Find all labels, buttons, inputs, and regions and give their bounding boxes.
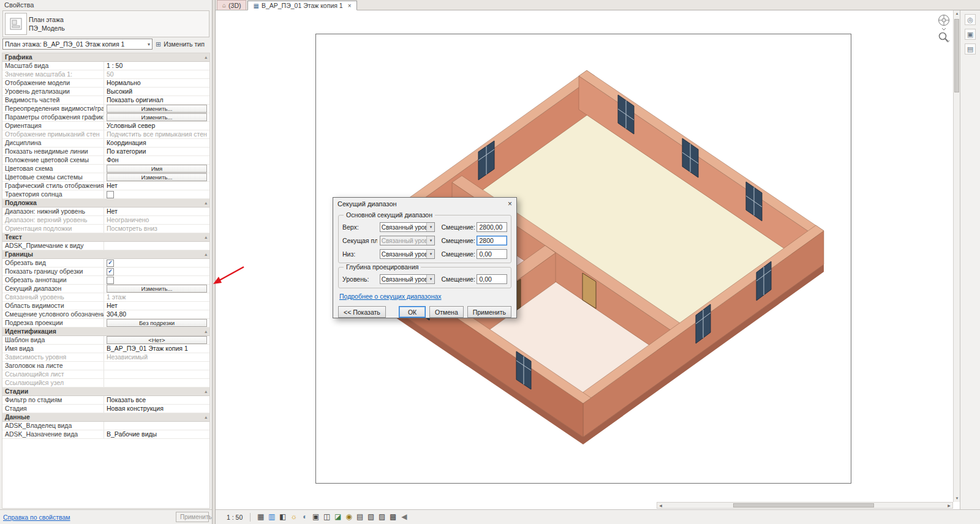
property-value[interactable]: ✓ — [104, 259, 209, 267]
apply-button[interactable]: Применить — [176, 512, 209, 522]
property-value[interactable]: Высокий — [104, 88, 209, 95]
offset-input[interactable]: 2800,00 — [477, 222, 507, 232]
offset-input[interactable]: 0,00 — [477, 249, 507, 259]
property-value[interactable]: Изменить... — [104, 173, 209, 181]
property-value[interactable]: 1 этаж — [104, 293, 209, 301]
property-edit-button[interactable]: Имя — [107, 165, 207, 173]
ok-button[interactable]: ОК — [399, 306, 426, 318]
property-value[interactable]: По категории — [104, 148, 209, 155]
visual-style-icon[interactable]: ◧ — [277, 512, 288, 522]
property-value[interactable]: Нормально — [104, 79, 209, 87]
panel-dock-icon[interactable]: ▣ — [965, 29, 976, 40]
property-edit-button[interactable]: Изменить... — [107, 105, 207, 113]
property-value[interactable]: Показать оригинал — [104, 96, 209, 104]
reveal-constraints-icon[interactable]: ▩ — [388, 512, 398, 522]
temporary-hide-isolate-icon[interactable]: ◪ — [333, 512, 343, 522]
crop-view-icon[interactable]: ▣ — [311, 512, 321, 522]
property-section-header[interactable]: Идентификация▴ — [2, 328, 209, 336]
scroll-right-icon[interactable]: ▶ — [946, 503, 952, 509]
level-combo[interactable]: Связанный уровень (1 этаж)▾ — [380, 222, 435, 232]
temporary-view-properties-icon[interactable]: ▤ — [355, 512, 365, 522]
property-value[interactable]: Фон — [104, 156, 209, 164]
learn-more-link[interactable]: Подробнее о секущих диапазонах — [339, 293, 442, 300]
property-section-header[interactable]: Границы▴ — [2, 250, 209, 259]
offset-input[interactable]: 2800 — [477, 236, 507, 245]
property-value[interactable]: В_Рабочие виды — [104, 430, 209, 438]
property-edit-button[interactable]: Изменить... — [107, 173, 207, 181]
offset-input[interactable]: 0,00 — [477, 274, 507, 284]
edit-type-button[interactable]: ⊞ Изменить тип — [156, 39, 209, 50]
property-checkbox[interactable]: ✓ — [107, 260, 114, 267]
property-value[interactable]: Подчистить все примыкания стен — [104, 130, 209, 138]
properties-help-link[interactable]: Справка по свойствам — [3, 514, 70, 521]
property-edit-button[interactable]: Изменить... — [107, 113, 207, 121]
property-value[interactable] — [104, 276, 209, 284]
reveal-hidden-elements-icon[interactable]: ◉ — [344, 512, 354, 522]
show-crop-region-icon[interactable]: ◫ — [322, 512, 332, 522]
dialog-apply-button[interactable]: Применить — [467, 306, 511, 318]
property-value[interactable]: <Нет> — [104, 336, 209, 344]
property-value[interactable]: 1 : 50 — [104, 62, 209, 70]
view-tab[interactable]: ⌂(3D) — [217, 0, 246, 10]
property-value[interactable] — [104, 362, 209, 370]
steering-wheel-icon[interactable] — [939, 15, 949, 26]
property-section-header[interactable]: Стадии▴ — [2, 387, 209, 396]
property-value[interactable]: Нет — [104, 208, 209, 215]
property-value[interactable]: Показать все — [104, 396, 209, 404]
vertical-scrollbar-thumb[interactable] — [954, 19, 959, 92]
level-combo[interactable]: Связанный уровень (1 этаж)▾ — [380, 249, 435, 259]
zoom-icon[interactable] — [940, 33, 948, 42]
cancel-button[interactable]: Отмена — [429, 306, 464, 318]
property-value[interactable]: Условный север — [104, 122, 209, 130]
property-section-header[interactable]: Данные▴ — [2, 413, 209, 422]
property-value[interactable]: Посмотреть вниз — [104, 225, 209, 233]
property-checkbox[interactable] — [107, 277, 114, 284]
property-value[interactable]: 50 — [104, 70, 209, 78]
tab-close-icon[interactable]: × — [345, 2, 352, 9]
chevron-down-icon[interactable] — [942, 28, 946, 30]
shadows-icon[interactable]: ◐ — [300, 512, 310, 522]
property-edit-button[interactable]: Без подрезки — [107, 319, 207, 327]
horizontal-scrollbar-thumb[interactable] — [733, 503, 874, 507]
property-value[interactable] — [104, 422, 209, 430]
displacement-icon[interactable]: ▨ — [377, 512, 387, 522]
property-checkbox[interactable]: ✓ — [107, 268, 114, 275]
help-panel-icon[interactable]: ▤ — [965, 43, 976, 54]
collapse-icon[interactable]: ◀ — [399, 512, 409, 522]
property-value[interactable]: Изменить... — [104, 285, 209, 293]
instance-selector-combo[interactable]: План этажа: В_АР_ПЭ_01 Этаж копия 1 ▾ — [2, 39, 153, 50]
property-value[interactable]: Имя — [104, 165, 209, 173]
property-value[interactable] — [104, 242, 209, 250]
worksharing-display-icon[interactable]: ▥ — [266, 512, 277, 522]
scroll-left-icon[interactable]: ◀ — [657, 503, 664, 509]
dialog-close-icon[interactable]: × — [508, 200, 512, 208]
property-edit-button[interactable]: <Нет> — [107, 336, 207, 344]
drawing-area[interactable] — [216, 10, 953, 509]
property-value[interactable]: Нет — [104, 302, 209, 310]
horizontal-scrollbar[interactable]: ◀ ▶ — [657, 502, 953, 509]
property-section-header[interactable]: Графика▴ — [2, 53, 209, 62]
property-value[interactable]: Изменить... — [104, 105, 209, 113]
property-value[interactable]: Без подрезки — [104, 319, 209, 327]
property-value[interactable]: Изменить... — [104, 113, 209, 121]
property-value[interactable]: ✓ — [104, 268, 209, 275]
property-value[interactable]: 304,80 — [104, 310, 209, 318]
vertical-scrollbar[interactable]: ▲ ▼ — [953, 10, 960, 502]
property-edit-button[interactable]: Изменить... — [107, 285, 207, 293]
sun-path-icon[interactable]: ☼ — [288, 512, 299, 522]
property-value[interactable] — [104, 370, 209, 378]
property-value[interactable] — [104, 190, 209, 198]
view-tab[interactable]: ▦В_АР_ПЭ_01 Этаж копия 1× — [247, 1, 356, 10]
property-value[interactable]: Неограничено — [104, 216, 209, 224]
view-scale-button[interactable]: 1 : 50 — [227, 514, 243, 521]
property-value[interactable] — [104, 379, 209, 387]
property-value[interactable]: В_АР_ПЭ_01 Этаж копия 1 — [104, 345, 209, 353]
hide-analytical-model-icon[interactable]: ▧ — [366, 512, 376, 522]
show-button[interactable]: << Показать — [338, 306, 386, 318]
property-section-header[interactable]: Текст▴ — [2, 233, 209, 242]
property-value[interactable]: Новая конструкция — [104, 405, 209, 413]
property-value[interactable]: Независимый — [104, 353, 209, 361]
level-combo[interactable]: Связанный уровень (1 этаж)▾ — [380, 236, 435, 245]
detail-level-icon[interactable]: ▦ — [255, 512, 266, 522]
property-section-header[interactable]: Подложка▴ — [2, 199, 209, 208]
